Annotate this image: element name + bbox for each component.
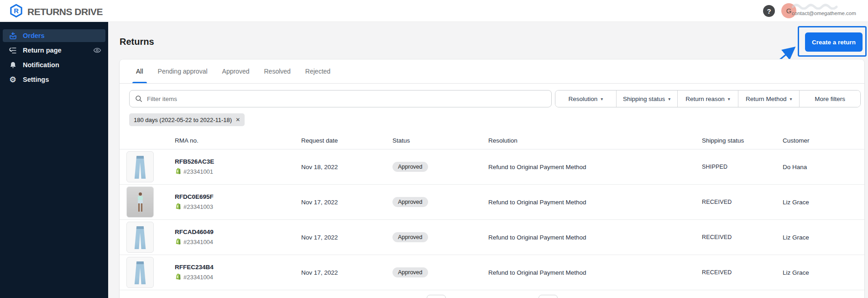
- bell-icon: [8, 60, 17, 69]
- tab-pending-approval[interactable]: Pending approval: [151, 59, 215, 83]
- sidebar-item-label: Orders: [23, 32, 45, 39]
- sidebar-item-orders[interactable]: Orders: [3, 29, 105, 42]
- column-header-rma: RMA no.: [175, 137, 301, 144]
- annotation-highlight-box: Create a return: [798, 26, 867, 57]
- order-number[interactable]: #23341004: [183, 239, 213, 245]
- column-header-request-date: Request date: [301, 137, 392, 144]
- rma-number[interactable]: RFCAD46049: [175, 229, 297, 235]
- column-header-resolution: Resolution: [488, 137, 702, 144]
- brand-name: RETURNS DRIVE: [27, 6, 103, 17]
- status-badge: Approved: [392, 197, 428, 207]
- pagination-next-button[interactable]: [539, 295, 558, 298]
- status-badge: Approved: [392, 232, 428, 242]
- customer-name: Liz Grace: [783, 234, 864, 241]
- order-number[interactable]: #23341003: [183, 203, 213, 210]
- return-method-filter-button[interactable]: Return Method▾: [738, 90, 799, 107]
- close-icon[interactable]: ✕: [235, 117, 240, 123]
- top-header: R RETURNS DRIVE ? G contact@omegatheme.c…: [0, 0, 868, 22]
- sidebar: Orders Return page: [0, 22, 108, 298]
- order-number[interactable]: #23341004: [183, 274, 213, 281]
- order-number[interactable]: #23341001: [183, 168, 213, 175]
- status-tabs: All Pending approval Approved Resolved R…: [120, 59, 864, 84]
- chevron-down-icon: ▾: [790, 96, 792, 101]
- pagination-prev-button[interactable]: [427, 295, 446, 298]
- request-date: Nov 17, 2022: [301, 199, 392, 206]
- jeans-product-image: [126, 222, 154, 253]
- shipping-status-value: RECEIVED: [702, 234, 783, 240]
- shipping-status-value: RECEIVED: [702, 199, 783, 205]
- return-page-icon: [8, 46, 17, 55]
- create-return-button[interactable]: Create a return: [805, 32, 863, 52]
- rma-number[interactable]: RFDC0E695F: [175, 193, 297, 200]
- tab-all[interactable]: All: [129, 59, 151, 83]
- customer-name: Do Hana: [783, 164, 864, 170]
- filter-row: Resolution▾ Shipping status▾ Return reas…: [129, 90, 861, 107]
- shopify-icon: [175, 273, 182, 282]
- sidebar-item-label: Notification: [23, 61, 59, 69]
- search-icon: [135, 95, 143, 103]
- jeans-product-image: [126, 151, 154, 182]
- status-badge: Approved: [392, 267, 428, 277]
- orders-icon: [8, 31, 17, 40]
- request-date: Nov 17, 2022: [301, 234, 392, 241]
- user-email: contact@omegatheme.com: [792, 11, 865, 16]
- resolution-value: Refund to Original Payment Method: [488, 199, 702, 206]
- sidebar-item-return-page[interactable]: Return page: [3, 44, 105, 57]
- gear-icon: ⚙: [8, 75, 17, 84]
- shipping-status-value: RECEIVED: [702, 269, 783, 276]
- resolution-filter-button[interactable]: Resolution▾: [555, 90, 616, 107]
- table-row[interactable]: RFB526AC3E #23341001 Nov 18, 2022 Approv…: [120, 149, 864, 185]
- tab-approved[interactable]: Approved: [215, 59, 257, 83]
- returns-card: All Pending approval Approved Resolved R…: [120, 59, 864, 298]
- table-header-row: RMA no. Request date Status Resolution S…: [120, 137, 864, 149]
- chevron-down-icon: ▾: [601, 96, 603, 101]
- rma-number[interactable]: RFFEC234B4: [175, 264, 297, 271]
- return-reason-filter-button[interactable]: Return reason▾: [677, 90, 738, 107]
- sidebar-item-settings[interactable]: ⚙ Settings: [3, 73, 105, 86]
- shipping-status-value: SHIPPED: [702, 164, 783, 170]
- shopify-icon: [175, 167, 182, 176]
- filter-button-group: Resolution▾ Shipping status▾ Return reas…: [555, 90, 861, 107]
- search-input[interactable]: [129, 90, 552, 107]
- shopify-icon: [175, 238, 182, 246]
- rma-number[interactable]: RFB526AC3E: [175, 158, 297, 165]
- resolution-value: Refund to Original Payment Method: [488, 269, 702, 276]
- request-date: Nov 17, 2022: [301, 269, 392, 276]
- column-header-shipping-status: Shipping status: [702, 137, 783, 144]
- date-range-chip: 180 days (2022-05-22 to 2022-11-18) ✕: [129, 113, 245, 126]
- eye-icon[interactable]: [93, 46, 102, 55]
- shipping-status-filter-button[interactable]: Shipping status▾: [616, 90, 677, 107]
- tab-resolved[interactable]: Resolved: [256, 59, 298, 83]
- customer-name: Liz Grace: [783, 199, 864, 206]
- table-row[interactable]: RFDC0E695F #23341003 Nov 17, 2022 Approv…: [120, 185, 864, 220]
- chevron-down-icon: ▾: [728, 96, 730, 101]
- returns-drive-logo-icon: R: [9, 4, 23, 20]
- user-info[interactable]: contact@omegatheme.com: [792, 2, 865, 16]
- column-header-status: Status: [392, 137, 488, 144]
- customer-name: Liz Grace: [783, 269, 864, 276]
- shopify-icon: [175, 202, 182, 211]
- jeans-product-image: [126, 257, 154, 288]
- request-date: Nov 18, 2022: [301, 164, 392, 170]
- returns-drive-app: R RETURNS DRIVE ? G contact@omegatheme.c…: [0, 0, 868, 298]
- resolution-value: Refund to Original Payment Method: [488, 234, 702, 241]
- svg-text:R: R: [14, 7, 19, 15]
- table-row[interactable]: RFCAD46049 #23341004 Nov 17, 2022 Approv…: [120, 220, 864, 255]
- model-product-image: [126, 186, 154, 218]
- search-box: [129, 90, 552, 107]
- help-icon[interactable]: ?: [763, 5, 775, 17]
- sidebar-item-label: Settings: [23, 76, 49, 83]
- app-logo: R RETURNS DRIVE: [9, 4, 103, 20]
- more-filters-button[interactable]: More filters: [799, 90, 860, 107]
- sidebar-item-label: Return page: [23, 47, 62, 54]
- chevron-down-icon: ▾: [668, 96, 670, 101]
- tab-rejected[interactable]: Rejected: [298, 59, 338, 83]
- page-title: Returns: [120, 37, 154, 47]
- status-badge: Approved: [392, 162, 428, 172]
- sidebar-item-notification[interactable]: Notification: [3, 59, 105, 71]
- column-header-customer: Customer: [783, 137, 864, 144]
- redacted-user-name: [792, 2, 865, 10]
- resolution-value: Refund to Original Payment Method: [488, 164, 702, 170]
- applied-filters: 180 days (2022-05-22 to 2022-11-18) ✕: [129, 113, 864, 126]
- table-row[interactable]: RFFEC234B4 #23341004 Nov 17, 2022 Approv…: [120, 255, 864, 290]
